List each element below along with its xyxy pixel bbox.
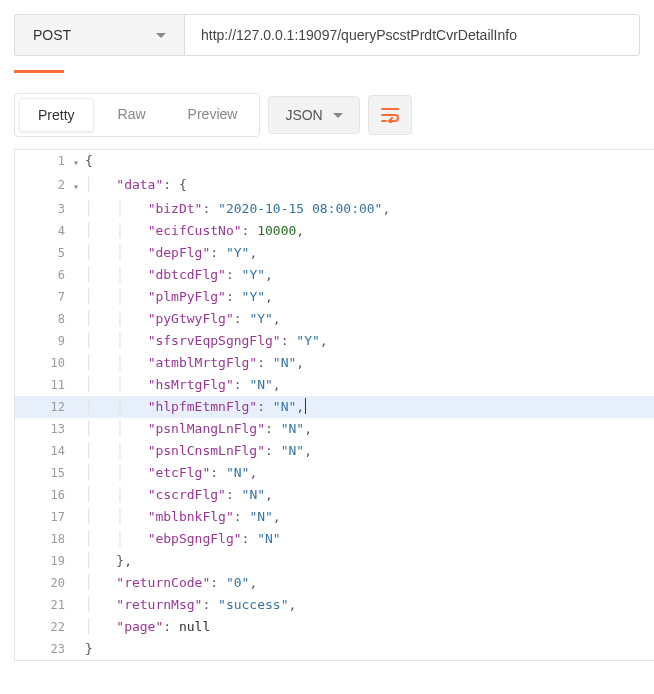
url-input[interactable] bbox=[184, 14, 640, 56]
code-content: │ │ "depFlg": "Y", bbox=[83, 242, 257, 264]
code-line: 7│ │ "plmPyFlg": "Y", bbox=[15, 286, 654, 308]
line-number: 10 bbox=[15, 352, 73, 374]
fold-toggle-icon bbox=[73, 506, 83, 508]
tab-raw[interactable]: Raw bbox=[100, 98, 164, 132]
code-content: { bbox=[83, 150, 93, 172]
fold-toggle-icon[interactable]: ▾ bbox=[73, 174, 83, 198]
code-content: │ │ "atmblMrtgFlg": "N", bbox=[83, 352, 304, 374]
code-content: │ "page": null bbox=[83, 616, 210, 638]
code-content: │ │ "hsMrtgFlg": "N", bbox=[83, 374, 281, 396]
response-body-code[interactable]: 1▾{2▾│ "data": {3│ │ "bizDt": "2020-10-1… bbox=[14, 149, 654, 661]
code-line: 4│ │ "ecifCustNo": 10000, bbox=[15, 220, 654, 242]
line-number: 19 bbox=[15, 550, 73, 572]
code-line: 3│ │ "bizDt": "2020-10-15 08:00:00", bbox=[15, 198, 654, 220]
fold-toggle-icon bbox=[73, 374, 83, 376]
fold-toggle-icon bbox=[73, 572, 83, 574]
http-method-label: POST bbox=[33, 27, 71, 43]
code-line: 1▾{ bbox=[15, 150, 654, 174]
fold-toggle-icon bbox=[73, 528, 83, 530]
code-line: 23} bbox=[15, 638, 654, 660]
request-bar: POST bbox=[0, 0, 654, 70]
fold-toggle-icon bbox=[73, 198, 83, 200]
code-content: │ │ "dbtcdFlg": "Y", bbox=[83, 264, 273, 286]
fold-toggle-icon bbox=[73, 352, 83, 354]
line-number: 18 bbox=[15, 528, 73, 550]
line-number: 17 bbox=[15, 506, 73, 528]
fold-toggle-icon bbox=[73, 242, 83, 244]
code-content: │ │ "bizDt": "2020-10-15 08:00:00", bbox=[83, 198, 390, 220]
code-line: 18│ │ "ebpSgngFlg": "N" bbox=[15, 528, 654, 550]
code-line: 9│ │ "sfsrvEqpSgngFlg": "Y", bbox=[15, 330, 654, 352]
code-line: 10│ │ "atmblMrtgFlg": "N", bbox=[15, 352, 654, 374]
line-number: 20 bbox=[15, 572, 73, 594]
code-line: 17│ │ "mblbnkFlg": "N", bbox=[15, 506, 654, 528]
line-number: 4 bbox=[15, 220, 73, 242]
chevron-down-icon bbox=[156, 33, 166, 38]
line-number: 21 bbox=[15, 594, 73, 616]
code-content: │ │ "sfsrvEqpSgngFlg": "Y", bbox=[83, 330, 328, 352]
wrap-icon bbox=[380, 107, 400, 123]
fold-toggle-icon bbox=[73, 638, 83, 640]
line-number: 16 bbox=[15, 484, 73, 506]
line-number: 9 bbox=[15, 330, 73, 352]
code-content: │ │ "cscrdFlg": "N", bbox=[83, 484, 273, 506]
fold-toggle-icon[interactable]: ▾ bbox=[73, 150, 83, 174]
code-line: 16│ │ "cscrdFlg": "N", bbox=[15, 484, 654, 506]
code-content: │ "returnMsg": "success", bbox=[83, 594, 296, 616]
fold-toggle-icon bbox=[73, 550, 83, 552]
line-number: 2 bbox=[15, 174, 73, 196]
line-number: 8 bbox=[15, 308, 73, 330]
line-number: 6 bbox=[15, 264, 73, 286]
line-number: 15 bbox=[15, 462, 73, 484]
line-number: 12 bbox=[15, 396, 73, 418]
code-line: 20│ "returnCode": "0", bbox=[15, 572, 654, 594]
code-content: │ │ "plmPyFlg": "Y", bbox=[83, 286, 273, 308]
fold-toggle-icon bbox=[73, 462, 83, 464]
line-number: 11 bbox=[15, 374, 73, 396]
code-line: 15│ │ "etcFlg": "N", bbox=[15, 462, 654, 484]
body-type-select[interactable]: JSON bbox=[268, 96, 359, 134]
fold-toggle-icon bbox=[73, 330, 83, 332]
code-line: 12│ │ "hlpfmEtmnFlg": "N", bbox=[15, 396, 654, 418]
fold-toggle-icon bbox=[73, 484, 83, 486]
line-number: 3 bbox=[15, 198, 73, 220]
tab-preview[interactable]: Preview bbox=[170, 98, 256, 132]
code-content: │ │ "etcFlg": "N", bbox=[83, 462, 257, 484]
body-type-label: JSON bbox=[285, 107, 322, 123]
code-content: │ "returnCode": "0", bbox=[83, 572, 257, 594]
fold-toggle-icon bbox=[73, 220, 83, 222]
fold-toggle-icon bbox=[73, 286, 83, 288]
tab-pretty[interactable]: Pretty bbox=[19, 98, 94, 132]
code-line: 13│ │ "psnlMangLnFlg": "N", bbox=[15, 418, 654, 440]
code-content: │ │ "ecifCustNo": 10000, bbox=[83, 220, 304, 242]
fold-toggle-icon bbox=[73, 264, 83, 266]
code-line: 21│ "returnMsg": "success", bbox=[15, 594, 654, 616]
code-line: 5│ │ "depFlg": "Y", bbox=[15, 242, 654, 264]
fold-toggle-icon bbox=[73, 418, 83, 420]
line-number: 13 bbox=[15, 418, 73, 440]
response-toolbar: Pretty Raw Preview JSON bbox=[0, 73, 654, 149]
code-line: 22│ "page": null bbox=[15, 616, 654, 638]
code-content: │ │ "hlpfmEtmnFlg": "N", bbox=[83, 396, 306, 418]
code-content: │ │ "pyGtwyFlg": "Y", bbox=[83, 308, 281, 330]
line-number: 14 bbox=[15, 440, 73, 462]
code-line: 6│ │ "dbtcdFlg": "Y", bbox=[15, 264, 654, 286]
code-content: │ }, bbox=[83, 550, 132, 572]
wrap-lines-button[interactable] bbox=[368, 95, 412, 135]
code-content: } bbox=[83, 638, 93, 660]
fold-toggle-icon bbox=[73, 616, 83, 618]
line-number: 7 bbox=[15, 286, 73, 308]
code-line: 14│ │ "psnlCnsmLnFlg": "N", bbox=[15, 440, 654, 462]
code-content: │ │ "psnlCnsmLnFlg": "N", bbox=[83, 440, 312, 462]
body-view-tabs: Pretty Raw Preview bbox=[14, 93, 260, 137]
code-line: 19│ }, bbox=[15, 550, 654, 572]
line-number: 23 bbox=[15, 638, 73, 660]
fold-toggle-icon bbox=[73, 594, 83, 596]
fold-toggle-icon bbox=[73, 396, 83, 398]
line-number: 5 bbox=[15, 242, 73, 264]
line-number: 1 bbox=[15, 150, 73, 172]
http-method-select[interactable]: POST bbox=[14, 14, 184, 56]
code-line: 11│ │ "hsMrtgFlg": "N", bbox=[15, 374, 654, 396]
code-content: │ │ "psnlMangLnFlg": "N", bbox=[83, 418, 312, 440]
code-content: │ │ "ebpSgngFlg": "N" bbox=[83, 528, 281, 550]
